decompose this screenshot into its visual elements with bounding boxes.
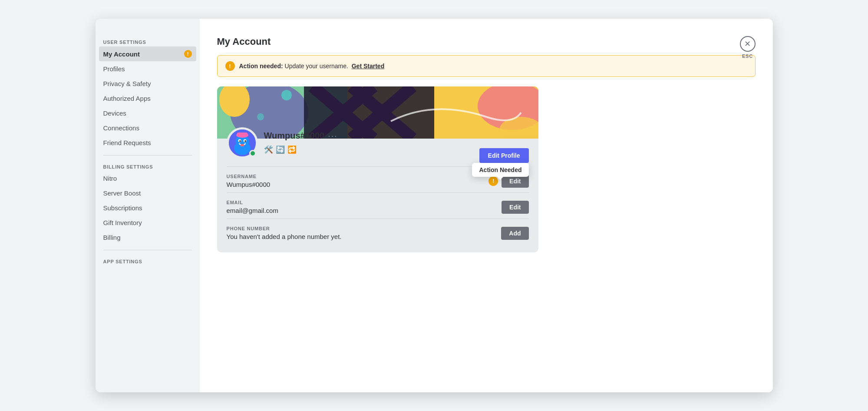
boost-badge-icon: 🔄 (276, 145, 285, 154)
close-button-label: ESC (742, 53, 753, 59)
username-warning-icon: ! (488, 176, 498, 186)
sidebar-item-label: Server Boost (103, 189, 141, 197)
username-value: Wumpus#0000 (227, 181, 271, 188)
profile-name-row: Wumpus#0000 ··· (264, 131, 338, 145)
phone-value: You haven't added a phone number yet. (227, 233, 342, 240)
sidebar: USER SETTINGS My Account ! Profiles Priv… (96, 19, 200, 392)
profile-name-area: Wumpus#0000 ··· 🛠️ 🔄 🔁 (264, 131, 338, 159)
banner-text: Action needed: Update your username. Get… (239, 63, 385, 70)
sidebar-item-subscriptions[interactable]: Subscriptions (99, 201, 196, 215)
sidebar-item-label: Authorized Apps (103, 95, 151, 102)
sidebar-item-profiles[interactable]: Profiles (99, 62, 196, 76)
page-title: My Account (217, 36, 756, 47)
email-field-right: Edit (502, 201, 528, 214)
svg-point-19 (239, 140, 241, 142)
sidebar-item-label: Profiles (103, 65, 125, 73)
refresh-badge-icon: 🔁 (287, 145, 297, 154)
profile-left: Wumpus#0000 ··· 🛠️ 🔄 🔁 (227, 127, 338, 159)
profile-more-options[interactable]: ··· (328, 131, 338, 141)
profile-username: Wumpus#0000 (264, 131, 325, 141)
email-label: EMAIL (227, 200, 278, 205)
sidebar-item-gift-inventory[interactable]: Gift Inventory (99, 215, 196, 230)
phone-field-right: Add (501, 227, 528, 240)
email-edit-button[interactable]: Edit (502, 201, 528, 214)
get-started-link[interactable]: Get Started (352, 63, 384, 70)
sidebar-item-privacy-safety[interactable]: Privacy & Safety (99, 76, 196, 91)
sidebar-item-label: Nitro (103, 175, 117, 182)
profile-fields: USERNAME Wumpus#0000 ! Edit EMAIL email@… (217, 166, 538, 252)
sidebar-item-label: Gift Inventory (103, 219, 142, 226)
sidebar-item-billing[interactable]: Billing (99, 230, 196, 245)
phone-field-left: PHONE NUMBER You haven't added a phone n… (227, 226, 342, 240)
email-value: email@gmail.com (227, 207, 278, 214)
email-field-row: EMAIL email@gmail.com Edit (227, 192, 529, 219)
action-needed-banner: ! Action needed: Update your username. G… (217, 55, 756, 77)
banner-warning-icon: ! (225, 61, 235, 71)
close-button-circle[interactable]: ✕ (740, 36, 756, 52)
banner-plain-text: Update your username. (283, 63, 348, 70)
sidebar-divider-1 (103, 155, 192, 156)
username-field-left: USERNAME Wumpus#0000 (227, 174, 271, 188)
sidebar-item-authorized-apps[interactable]: Authorized Apps (99, 91, 196, 106)
avatar-wrap (227, 127, 258, 159)
billing-settings-section-label: BILLING SETTINGS (99, 161, 196, 171)
profile-info-row: Wumpus#0000 ··· 🛠️ 🔄 🔁 Edit Profile Acti… (217, 139, 538, 166)
banner-bold-text: Action needed: (239, 63, 283, 70)
sidebar-item-label: Connections (103, 124, 139, 132)
svg-point-9 (257, 113, 264, 120)
phone-add-button[interactable]: Add (501, 227, 528, 240)
close-button-wrap[interactable]: ✕ ESC (740, 36, 756, 59)
edit-profile-button[interactable]: Edit Profile (479, 148, 529, 163)
sidebar-item-label: Devices (103, 109, 126, 117)
sidebar-item-label: Subscriptions (103, 204, 142, 212)
username-label: USERNAME (227, 174, 271, 179)
svg-rect-22 (237, 133, 247, 136)
sidebar-item-connections[interactable]: Connections (99, 121, 196, 135)
tools-badge-icon: 🛠️ (264, 145, 273, 154)
phone-field-row: PHONE NUMBER You haven't added a phone n… (227, 219, 529, 245)
action-needed-tooltip: Action Needed (472, 163, 528, 177)
email-field-left: EMAIL email@gmail.com (227, 200, 278, 214)
my-account-badge-icon: ! (184, 50, 192, 58)
svg-point-20 (244, 140, 246, 142)
profile-card: Wumpus#0000 ··· 🛠️ 🔄 🔁 Edit Profile Acti… (217, 86, 538, 252)
sidebar-divider-2 (103, 250, 192, 250)
sidebar-item-my-account[interactable]: My Account ! (99, 46, 196, 61)
profile-badges: 🛠️ 🔄 🔁 (264, 145, 338, 159)
sidebar-item-label: My Account (103, 50, 140, 58)
settings-modal: USER SETTINGS My Account ! Profiles Priv… (96, 19, 773, 392)
phone-label: PHONE NUMBER (227, 226, 342, 231)
sidebar-item-label: Privacy & Safety (103, 80, 151, 87)
avatar-status (249, 150, 256, 157)
sidebar-item-nitro[interactable]: Nitro (99, 171, 196, 186)
sidebar-item-label: Billing (103, 234, 121, 241)
main-content: My Account ! Action needed: Update your … (200, 19, 773, 392)
sidebar-item-label: Friend Requests (103, 139, 151, 146)
sidebar-item-friend-requests[interactable]: Friend Requests (99, 136, 196, 150)
user-settings-section-label: USER SETTINGS (99, 36, 196, 46)
sidebar-item-devices[interactable]: Devices (99, 106, 196, 120)
svg-point-8 (281, 90, 292, 100)
sidebar-item-server-boost[interactable]: Server Boost (99, 186, 196, 200)
app-settings-section-label: APP SETTINGS (99, 255, 196, 266)
svg-point-23 (240, 144, 244, 146)
